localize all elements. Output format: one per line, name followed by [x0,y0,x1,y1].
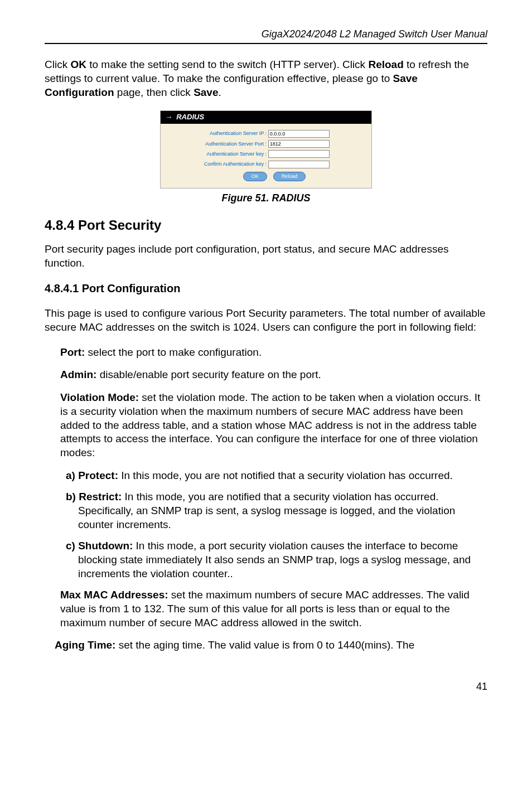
maxmac-label: Max MAC Addresses: [60,589,168,601]
ok-button[interactable]: OK [243,172,267,182]
shutdown-item: c) Shutdown: In this mode, a port securi… [66,539,487,581]
admin-field: Admin: disable/enable port security feat… [60,368,487,382]
port-text: select the port to make configuration. [85,346,262,358]
section-heading: 4.8.4 Port Security [45,216,487,234]
restrict-item: b) Restrict: In this mode, you are notif… [66,490,487,531]
intro-text-5: . [219,86,221,98]
reload-button[interactable]: Reload [273,172,306,182]
figure-container: → RADIUS Authentication Server IP : Auth… [45,110,487,205]
radius-row-ip: Authentication Server IP : [186,129,363,137]
shutdown-prefix: c) Shutdown: [66,540,133,552]
intro-text-4: page, then click [114,86,194,98]
radius-body: Authentication Server IP : Authenticatio… [161,124,371,188]
auth-ip-input[interactable] [268,130,330,138]
port-field: Port: select the port to make configurat… [60,346,487,360]
subsection-paragraph: This page is used to configure various P… [45,307,487,334]
ok-bold: OK [70,59,86,70]
violation-label: Violation Mode: [60,391,139,403]
protect-prefix: a) Protect: [66,470,118,481]
restrict-text: In this mode, you are notified that a se… [78,491,455,530]
violation-field: Violation Mode: set the violation mode. … [60,391,487,460]
auth-key-label: Authentication Server key : [186,151,267,158]
radius-row-key: Authentication Server key : [186,150,363,158]
intro-text-1: Click [45,59,70,70]
figure-caption: Figure 51. RADIUS [45,192,487,205]
protect-item: a) Protect: In this mode, you are not no… [66,469,487,483]
aging-text: set the aging time. The valid value is f… [115,639,414,651]
section-paragraph: Port security pages include port configu… [45,243,487,270]
restrict-prefix: b) Restrict: [66,491,122,502]
admin-label: Admin: [60,369,96,380]
auth-port-label: Authentication Server Port : [186,141,267,148]
maxmac-field: Max MAC Addresses: set the maximum numbe… [60,588,487,630]
shutdown-text: In this mode, a port security violation … [78,540,471,579]
auth-ip-label: Authentication Server IP : [186,130,267,137]
save-bold: Save [194,86,218,98]
radius-buttons: OK Reload [186,172,363,182]
reload-bold: Reload [368,59,403,70]
radius-row-port: Authentication Server Port : [186,140,363,148]
subsection-heading: 4.8.4.1 Port Configuration [45,281,487,296]
radius-title-text: RADIUS [176,113,204,121]
auth-confirm-input[interactable] [268,161,330,168]
radius-title: → RADIUS [161,111,371,124]
radius-row-confirm: Confirm Authentication key : [186,160,363,168]
intro-text-2: to make the setting send to the switch (… [86,59,368,70]
auth-confirm-label: Confirm Authentication key : [186,161,267,168]
admin-text: disable/enable port security feature on … [96,369,321,380]
page-number: 41 [45,680,487,693]
auth-port-input[interactable] [268,140,330,148]
port-label: Port: [60,346,85,358]
auth-key-input[interactable] [268,150,330,158]
radius-panel: → RADIUS Authentication Server IP : Auth… [160,110,372,188]
intro-paragraph: Click OK to make the setting send to the… [45,58,487,99]
aging-field: Aging Time: set the aging time. The vali… [55,639,487,652]
page-header: GigaX2024/2048 L2 Managed Switch User Ma… [45,28,487,44]
aging-label: Aging Time: [55,639,115,651]
protect-text: In this mode, you are not notified that … [118,470,453,481]
